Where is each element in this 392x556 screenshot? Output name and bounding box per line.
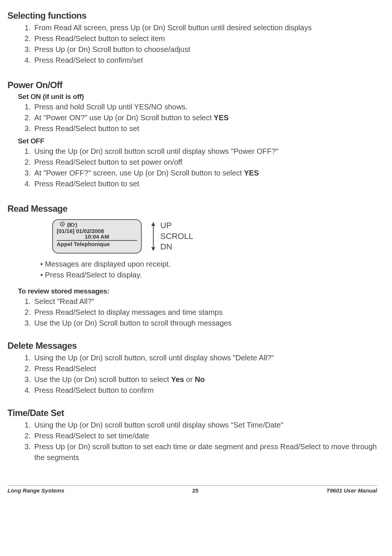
step-item: Press and hold Scroll Up until YES/NO sh…	[33, 102, 377, 112]
scroll-arrow-diagram: ▲ ▼	[150, 222, 157, 251]
footer-right: T9601 User Manual	[326, 487, 377, 494]
svg-rect-3	[70, 224, 72, 226]
step-item: Press Read/Select button to set	[33, 178, 377, 189]
scroll-labels: UP SCROLL DN	[160, 220, 193, 252]
heading-power-on-off: Power On/Off	[7, 80, 377, 90]
label-up: UP	[160, 220, 193, 231]
step-item: Press Read/Select button to select item	[33, 33, 377, 44]
read-message-bullets: Messages are displayed upon receipt. Pre…	[45, 259, 377, 280]
label-scroll: SCROLL	[160, 231, 193, 242]
step-item: Press Read/Select button to set	[33, 123, 377, 134]
arrow-line-icon	[153, 226, 154, 247]
lcd-status-icons: ()	[60, 221, 137, 228]
label-dn: DN	[160, 242, 193, 252]
lcd-line-time: 10:04 AM	[57, 233, 137, 240]
step-item: At "Power ON?" use Up (or Dn) Scroll but…	[33, 112, 377, 123]
lcd-screen: () [01/16] 01/02/2008 10:04 AM Appel Tel…	[52, 219, 142, 254]
battery-signal-icon: ()	[67, 221, 77, 228]
bullet-item: Messages are displayed upon receipt.	[45, 259, 377, 270]
bold-no: No	[195, 375, 205, 383]
lcd-line-message: Appel Telephonique	[57, 241, 137, 247]
heading-time-date-set: Time/Date Set	[7, 408, 377, 418]
record-icon	[60, 221, 65, 228]
set-off-steps-list: Using the Up (or Dn) scroll button scrol…	[33, 146, 377, 189]
manual-page: Selecting functions From Read All screen…	[0, 0, 392, 497]
bold-yes: YES	[244, 169, 259, 177]
subheading-set-on: Set ON (if unit is off)	[18, 93, 377, 101]
heading-read-message: Read Message	[7, 204, 377, 214]
svg-point-1	[62, 223, 63, 225]
bold-yes: Yes	[171, 375, 184, 383]
lcd-diagram: () [01/16] 01/02/2008 10:04 AM Appel Tel…	[52, 219, 377, 254]
selecting-steps-list: From Read All screen, press Up (or Dn) S…	[33, 22, 377, 66]
step-item: Press Up (or Dn) scroll button to set ea…	[33, 441, 377, 463]
arrow-down-icon: ▼	[150, 247, 157, 251]
step-text: At "Power OFF?" screen, use Up (or Dn) S…	[34, 169, 244, 177]
step-item: At "Power OFF?" screen, use Up (or Dn) S…	[33, 168, 377, 178]
bold-yes: YES	[214, 114, 229, 122]
svg-rect-4	[74, 224, 75, 226]
step-item: Press Read/Select to confirm/set	[33, 55, 377, 66]
step-text: Use the Up (or Dn) scroll button to sele…	[34, 375, 171, 383]
subheading-review-stored: To review stored messages:	[18, 287, 377, 295]
footer-left: Long Range Systems	[7, 487, 65, 494]
step-text: At "Power ON?" use Up (or Dn) Scroll but…	[34, 114, 214, 122]
step-item: Press Read/Select button to set power on…	[33, 157, 377, 168]
time-date-steps-list: Using the Up (or Dn) scroll button scrol…	[33, 420, 377, 463]
footer-page-number: 25	[192, 487, 198, 494]
step-text: or	[184, 375, 195, 383]
step-item: Press Read/Select to set time/date	[33, 431, 377, 441]
step-item: Use the Up (or Dn) scroll button to sele…	[33, 374, 377, 385]
step-item: Use the Up (or Dn) Scroll button to scro…	[33, 318, 377, 329]
step-item: Using the Up (or Dn) scroll button scrol…	[33, 146, 377, 157]
step-item: Press Read/Select	[33, 363, 377, 374]
page-footer: Long Range Systems 25 T9601 User Manual	[7, 485, 377, 494]
step-item: Press Up (or Dn) Scroll button to choose…	[33, 44, 377, 55]
heading-delete-messages: Delete Messages	[7, 341, 377, 351]
step-item: Using the Up (or Dn) scroll button, scro…	[33, 352, 377, 363]
step-item: Press Read/Select to display messages an…	[33, 307, 377, 318]
step-item: From Read All screen, press Up (or Dn) S…	[33, 22, 377, 33]
delete-steps-list: Using the Up (or Dn) scroll button, scro…	[33, 352, 377, 396]
step-item: Press Read/Select button to confirm	[33, 385, 377, 396]
heading-selecting-functions: Selecting functions	[7, 10, 377, 21]
arrow-up-icon: ▲	[150, 222, 157, 226]
subheading-set-off: Set OFF	[18, 137, 377, 145]
review-stored-steps: Select "Read All?" Press Read/Select to …	[33, 296, 377, 329]
step-item: Using the Up (or Dn) scroll button scrol…	[33, 420, 377, 431]
set-on-steps-list: Press and hold Scroll Up until YES/NO sh…	[33, 102, 377, 134]
bullet-item: Press Read/Select to display.	[45, 270, 377, 280]
step-item: Select "Read All?"	[33, 296, 377, 307]
